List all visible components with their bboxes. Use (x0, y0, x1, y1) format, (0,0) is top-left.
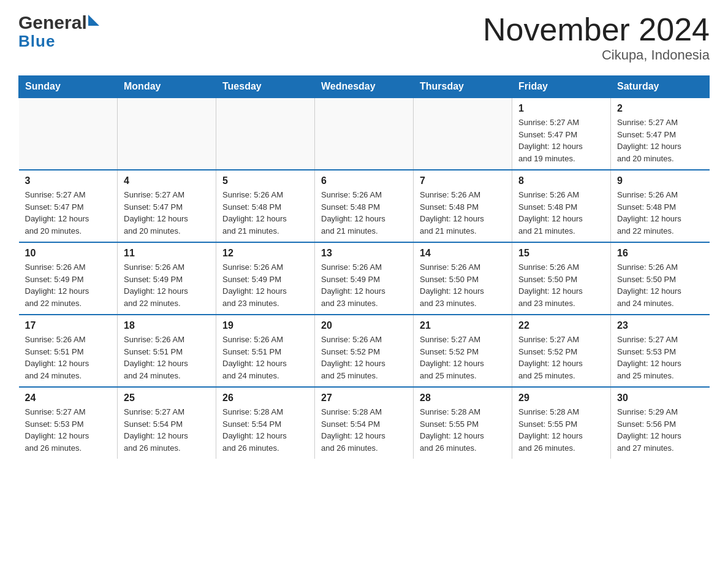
day-number: 6 (321, 175, 407, 186)
calendar-cell: 11Sunrise: 5:26 AM Sunset: 5:49 PM Dayli… (118, 242, 216, 315)
day-number: 2 (617, 103, 703, 114)
calendar-table: SundayMondayTuesdayWednesdayThursdayFrid… (18, 75, 710, 459)
calendar-cell: 6Sunrise: 5:26 AM Sunset: 5:48 PM Daylig… (315, 170, 414, 242)
day-number: 13 (321, 248, 407, 259)
day-number: 21 (420, 320, 506, 331)
day-info: Sunrise: 5:28 AM Sunset: 5:54 PM Dayligh… (222, 406, 308, 454)
calendar-cell: 5Sunrise: 5:26 AM Sunset: 5:48 PM Daylig… (216, 170, 315, 242)
day-info: Sunrise: 5:26 AM Sunset: 5:49 PM Dayligh… (124, 261, 210, 309)
calendar-cell: 9Sunrise: 5:26 AM Sunset: 5:48 PM Daylig… (611, 170, 710, 242)
day-number: 24 (25, 393, 112, 404)
calendar-header: SundayMondayTuesdayWednesdayThursdayFrid… (19, 76, 710, 98)
title-area: November 2024 Cikupa, Indonesia (483, 12, 710, 63)
calendar-cell: 8Sunrise: 5:26 AM Sunset: 5:48 PM Daylig… (512, 170, 611, 242)
calendar-cell (315, 98, 414, 170)
day-info: Sunrise: 5:26 AM Sunset: 5:49 PM Dayligh… (25, 261, 112, 309)
day-info: Sunrise: 5:26 AM Sunset: 5:51 PM Dayligh… (124, 334, 210, 381)
calendar-cell: 27Sunrise: 5:28 AM Sunset: 5:54 PM Dayli… (315, 387, 414, 459)
day-info: Sunrise: 5:27 AM Sunset: 5:47 PM Dayligh… (518, 117, 604, 164)
day-number: 15 (518, 248, 604, 259)
day-info: Sunrise: 5:27 AM Sunset: 5:52 PM Dayligh… (518, 334, 604, 381)
calendar-cell: 30Sunrise: 5:29 AM Sunset: 5:56 PM Dayli… (611, 387, 710, 459)
calendar-cell: 17Sunrise: 5:26 AM Sunset: 5:51 PM Dayli… (19, 315, 118, 387)
day-info: Sunrise: 5:27 AM Sunset: 5:54 PM Dayligh… (124, 406, 210, 454)
day-number: 19 (222, 320, 308, 331)
day-number: 1 (518, 103, 604, 114)
weekday-header-wednesday: Wednesday (315, 76, 414, 98)
day-info: Sunrise: 5:27 AM Sunset: 5:47 PM Dayligh… (617, 117, 703, 164)
day-info: Sunrise: 5:28 AM Sunset: 5:55 PM Dayligh… (518, 406, 604, 454)
weekday-header-sunday: Sunday (19, 76, 118, 98)
calendar-cell: 24Sunrise: 5:27 AM Sunset: 5:53 PM Dayli… (19, 387, 118, 459)
day-number: 18 (124, 320, 210, 331)
calendar-cell: 15Sunrise: 5:26 AM Sunset: 5:50 PM Dayli… (512, 242, 611, 315)
calendar-cell: 2Sunrise: 5:27 AM Sunset: 5:47 PM Daylig… (611, 98, 710, 170)
calendar-cell: 3Sunrise: 5:27 AM Sunset: 5:47 PM Daylig… (19, 170, 118, 242)
logo-blue-text: Blue (18, 32, 55, 51)
calendar-week-row: 3Sunrise: 5:27 AM Sunset: 5:47 PM Daylig… (19, 170, 710, 242)
day-info: Sunrise: 5:28 AM Sunset: 5:55 PM Dayligh… (420, 406, 506, 454)
day-info: Sunrise: 5:29 AM Sunset: 5:56 PM Dayligh… (617, 406, 703, 454)
day-info: Sunrise: 5:27 AM Sunset: 5:52 PM Dayligh… (420, 334, 506, 381)
day-number: 5 (222, 175, 308, 186)
day-number: 23 (617, 320, 703, 331)
day-number: 10 (25, 248, 112, 259)
weekday-header-friday: Friday (512, 76, 611, 98)
day-info: Sunrise: 5:26 AM Sunset: 5:49 PM Dayligh… (321, 261, 407, 309)
calendar-cell (19, 98, 118, 170)
day-info: Sunrise: 5:26 AM Sunset: 5:48 PM Dayligh… (321, 189, 407, 237)
day-info: Sunrise: 5:26 AM Sunset: 5:49 PM Dayligh… (222, 261, 308, 309)
calendar-cell: 20Sunrise: 5:26 AM Sunset: 5:52 PM Dayli… (315, 315, 414, 387)
day-number: 27 (321, 393, 407, 404)
calendar-cell: 26Sunrise: 5:28 AM Sunset: 5:54 PM Dayli… (216, 387, 315, 459)
day-info: Sunrise: 5:27 AM Sunset: 5:47 PM Dayligh… (25, 189, 112, 237)
calendar-cell: 19Sunrise: 5:26 AM Sunset: 5:51 PM Dayli… (216, 315, 315, 387)
day-number: 3 (25, 175, 112, 186)
calendar-title: November 2024 (483, 12, 710, 47)
calendar-cell: 25Sunrise: 5:27 AM Sunset: 5:54 PM Dayli… (118, 387, 216, 459)
logo-arrow-icon (88, 15, 99, 26)
calendar-cell: 10Sunrise: 5:26 AM Sunset: 5:49 PM Dayli… (19, 242, 118, 315)
day-number: 16 (617, 248, 703, 259)
day-number: 11 (124, 248, 210, 259)
calendar-cell: 13Sunrise: 5:26 AM Sunset: 5:49 PM Dayli… (315, 242, 414, 315)
day-number: 20 (321, 320, 407, 331)
weekday-header-saturday: Saturday (611, 76, 710, 98)
day-info: Sunrise: 5:26 AM Sunset: 5:51 PM Dayligh… (222, 334, 308, 381)
calendar-cell: 18Sunrise: 5:26 AM Sunset: 5:51 PM Dayli… (118, 315, 216, 387)
day-info: Sunrise: 5:28 AM Sunset: 5:54 PM Dayligh… (321, 406, 407, 454)
calendar-cell: 16Sunrise: 5:26 AM Sunset: 5:50 PM Dayli… (611, 242, 710, 315)
logo: General Blue (18, 12, 99, 51)
calendar-cell: 4Sunrise: 5:27 AM Sunset: 5:47 PM Daylig… (118, 170, 216, 242)
calendar-week-row: 1Sunrise: 5:27 AM Sunset: 5:47 PM Daylig… (19, 98, 710, 170)
day-number: 17 (25, 320, 112, 331)
calendar-cell: 12Sunrise: 5:26 AM Sunset: 5:49 PM Dayli… (216, 242, 315, 315)
day-number: 9 (617, 175, 703, 186)
weekday-header-tuesday: Tuesday (216, 76, 315, 98)
calendar-week-row: 10Sunrise: 5:26 AM Sunset: 5:49 PM Dayli… (19, 242, 710, 315)
calendar-week-row: 24Sunrise: 5:27 AM Sunset: 5:53 PM Dayli… (19, 387, 710, 459)
calendar-subtitle: Cikupa, Indonesia (483, 47, 710, 63)
day-info: Sunrise: 5:27 AM Sunset: 5:53 PM Dayligh… (25, 406, 112, 454)
calendar-cell: 29Sunrise: 5:28 AM Sunset: 5:55 PM Dayli… (512, 387, 611, 459)
calendar-cell (414, 98, 512, 170)
day-info: Sunrise: 5:27 AM Sunset: 5:53 PM Dayligh… (617, 334, 703, 381)
calendar-body: 1Sunrise: 5:27 AM Sunset: 5:47 PM Daylig… (19, 98, 710, 459)
calendar-cell: 7Sunrise: 5:26 AM Sunset: 5:48 PM Daylig… (414, 170, 512, 242)
calendar-cell: 14Sunrise: 5:26 AM Sunset: 5:50 PM Dayli… (414, 242, 512, 315)
logo-general-text: General (18, 12, 87, 33)
calendar-cell (118, 98, 216, 170)
day-info: Sunrise: 5:26 AM Sunset: 5:50 PM Dayligh… (518, 261, 604, 309)
day-info: Sunrise: 5:27 AM Sunset: 5:47 PM Dayligh… (124, 189, 210, 237)
day-number: 22 (518, 320, 604, 331)
weekday-header-monday: Monday (118, 76, 216, 98)
day-info: Sunrise: 5:26 AM Sunset: 5:50 PM Dayligh… (420, 261, 506, 309)
calendar-cell: 22Sunrise: 5:27 AM Sunset: 5:52 PM Dayli… (512, 315, 611, 387)
day-number: 30 (617, 393, 703, 404)
weekday-header-row: SundayMondayTuesdayWednesdayThursdayFrid… (19, 76, 710, 98)
day-info: Sunrise: 5:26 AM Sunset: 5:48 PM Dayligh… (518, 189, 604, 237)
weekday-header-thursday: Thursday (414, 76, 512, 98)
day-number: 26 (222, 393, 308, 404)
day-info: Sunrise: 5:26 AM Sunset: 5:48 PM Dayligh… (420, 189, 506, 237)
calendar-week-row: 17Sunrise: 5:26 AM Sunset: 5:51 PM Dayli… (19, 315, 710, 387)
